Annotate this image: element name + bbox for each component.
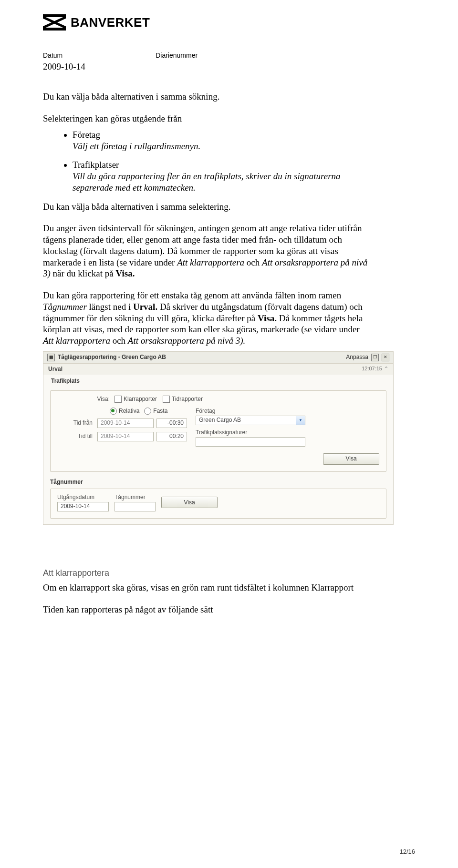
trafikplatssignaturer-label: Trafikplatssignaturer <box>196 429 379 436</box>
screenshot-panel: ▦ Tåglägesrapportering - Green Cargo AB … <box>43 351 394 525</box>
clock-time: 12:07:15 <box>362 366 382 372</box>
page-number: 12/16 <box>399 848 415 856</box>
visa-label: Visa: <box>57 396 114 403</box>
tagnummer-col-label: Tågnummer <box>114 494 156 501</box>
checkbox-icon <box>114 396 122 403</box>
tagnummer-input[interactable] <box>114 502 156 511</box>
close-icon[interactable]: ✕ <box>382 354 389 361</box>
after-shot: Att klarrapportera Om en klarrapport ska… <box>43 568 372 615</box>
visa-row: Visa: Klarrapporter Tidrapporter <box>57 396 379 403</box>
paragraph: Selekteringen kan göras utgående från <box>43 113 372 124</box>
bullet-title: Trafikplatser <box>73 159 372 171</box>
urval-header: Urval 12:07:15 ⌃ <box>43 364 393 375</box>
anpassa-label[interactable]: Anpassa <box>346 354 368 361</box>
right-column: Företag Green Cargo AB ▼ Trafikplatssign… <box>196 408 379 449</box>
tagnummer-label: Tågnummer <box>50 476 386 486</box>
window-icon: ▦ <box>47 354 55 361</box>
trafikplatssignaturer-input[interactable] <box>196 437 305 447</box>
visa-button[interactable]: Visa <box>323 453 379 465</box>
foretag-label: Företag <box>196 408 379 415</box>
datum-label: Datum <box>43 51 62 60</box>
utgangsdatum-label: Utgångsdatum <box>57 494 109 501</box>
logo: BANVERKET <box>43 14 415 31</box>
window-titlebar: ▦ Tåglägesrapportering - Green Cargo AB … <box>43 352 393 364</box>
restore-icon[interactable]: ❐ <box>371 354 379 361</box>
list-item: Företag Välj ett företag i rullgardinsme… <box>73 129 372 152</box>
list-item: Trafikplatser Vill du göra rapportering … <box>73 159 372 193</box>
urval-label: Urval <box>48 366 62 373</box>
date-input[interactable]: 2009-10-14 <box>97 419 154 428</box>
paragraph: Om en klarrapport ska göras, visas en gr… <box>43 582 372 593</box>
checkbox-icon <box>163 396 170 403</box>
chevron-down-icon: ▼ <box>296 416 305 425</box>
radio-fasta[interactable]: Fasta <box>144 408 167 415</box>
left-column: Relativa Fasta Tid från 2009-10-14 -00: <box>57 408 187 441</box>
paragraph: Du kan välja båda alternativen i samma s… <box>43 91 372 102</box>
chevron-up-icon[interactable]: ⌃ <box>384 366 388 372</box>
paragraph: Du kan välja båda alternativen i samma s… <box>43 201 372 213</box>
page: BANVERKET Datum Diarienummer 2009-10-14 … <box>0 0 458 868</box>
bullet-sub: Välj ett företag i rullgardinsmenyn. <box>73 141 372 152</box>
tagnummer-box: Utgångsdatum 2009-10-14 Tågnummer Visa <box>50 489 386 519</box>
logo-mark <box>43 14 66 31</box>
time-input[interactable]: 00:20 <box>156 432 187 441</box>
paragraph: Du anger även tidsintervall för sökninge… <box>43 223 372 279</box>
utgangsdatum-input[interactable]: 2009-10-14 <box>57 502 109 511</box>
bullet-list: Företag Välj ett företag i rullgardinsme… <box>43 129 372 194</box>
trafikplats-box: Visa: Klarrapporter Tidrapporter <box>50 390 386 472</box>
radio-relativa[interactable]: Relativa <box>110 408 139 415</box>
checkbox-tidrapporter[interactable]: Tidrapporter <box>163 396 203 403</box>
section-heading: Att klarrapportera <box>43 568 372 579</box>
window-title: Tåglägesrapportering - Green Cargo AB <box>58 354 166 361</box>
logo-text: BANVERKET <box>71 15 150 31</box>
grid-row: Relativa Fasta Tid från 2009-10-14 -00: <box>57 408 379 449</box>
tid-fran-label: Tid från <box>57 419 97 427</box>
panel-inner: Visa: Klarrapporter Tidrapporter <box>43 385 393 524</box>
datum-value: 2009-10-14 <box>43 61 415 72</box>
time-input[interactable]: -00:30 <box>156 419 187 428</box>
foretag-select[interactable]: Green Cargo AB ▼ <box>196 416 305 425</box>
bullet-title: Företag <box>73 129 372 141</box>
tid-till-label: Tid till <box>57 433 97 440</box>
bullet-sub: Vill du göra rapportering fler än en tra… <box>73 171 372 194</box>
meta-row: Datum Diarienummer <box>43 51 415 60</box>
logo-cross-icon <box>43 17 66 28</box>
body-text: Du kan välja båda alternativen i samma s… <box>43 91 372 347</box>
radio-icon <box>110 408 117 415</box>
paragraph: Tiden kan rapporteras på något av följan… <box>43 604 372 615</box>
checkbox-klarrapporter[interactable]: Klarrapporter <box>114 396 157 403</box>
visa-button-2[interactable]: Visa <box>161 497 218 508</box>
trafikplats-label: Trafikplats <box>43 375 393 385</box>
diarienummer-label: Diarienummer <box>156 51 198 60</box>
radio-icon <box>144 408 151 415</box>
paragraph: Du kan göra rapportering för ett enstaka… <box>43 290 372 347</box>
date-input[interactable]: 2009-10-14 <box>97 432 154 441</box>
